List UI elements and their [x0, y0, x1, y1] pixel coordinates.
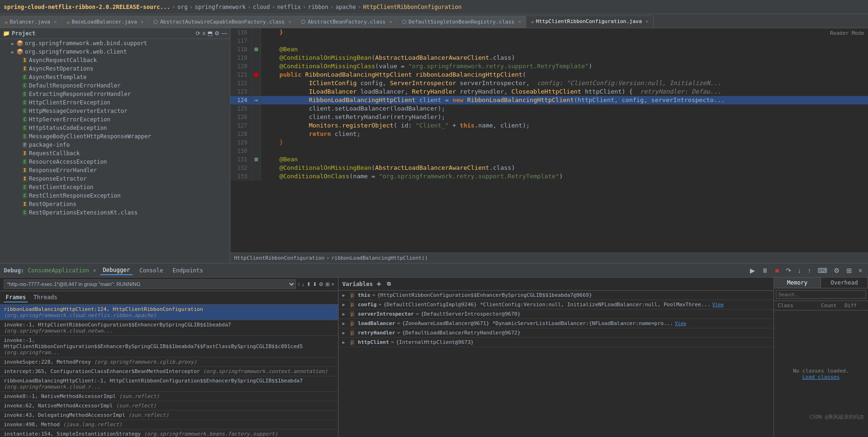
- code-area[interactable]: 116 } 117 118 @Bean: [230, 28, 868, 253]
- tab-http-client-ribbon[interactable]: ☕ HttpClientRibbonConfiguration.java ×: [526, 16, 654, 28]
- tree-item-default-error[interactable]: C DefaultResponseErrorHandler: [0, 81, 230, 90]
- tree-item-request-callback[interactable]: I RequestCallback: [0, 149, 230, 158]
- frame-item-4[interactable]: intercept:365, ConfigurationClassEnhance…: [0, 367, 338, 376]
- breadcrumb-org[interactable]: org: [177, 4, 188, 10]
- tab-default-singleton[interactable]: ⬡ DefaultSingletonBeanRegistry.class ×: [397, 16, 526, 28]
- tree-item-web-client[interactable]: ▶ 📦 org.springframework.web.client: [0, 48, 230, 56]
- tree-item-async-callback[interactable]: I AsyncRequestCallback: [0, 56, 230, 64]
- variables-add-watch[interactable]: +: [377, 279, 381, 288]
- tree-item-rest-client-ex[interactable]: C RestClientException: [0, 183, 230, 191]
- tab-baseloadbalancer[interactable]: ☕ BaseLoadBalancer.java ×: [62, 16, 149, 28]
- frame-item-10[interactable]: instantiate:154, SimpleInstantiationStra…: [0, 429, 338, 437]
- frame-item-7[interactable]: invoke:62, NativeMethodAccessorImpl (sun…: [0, 401, 338, 411]
- var-item-retry-handler[interactable]: ▶ p retryHandler = {DefaultLoadBalancerR…: [339, 328, 773, 338]
- frame-item-6[interactable]: invoke0:-1, NativeMethodAccessorImpl (su…: [0, 392, 338, 401]
- frame-item-0[interactable]: ribbonLoadBalancingHttpClient:124, HttpC…: [0, 305, 338, 320]
- debug-btn-pause[interactable]: ⏸: [760, 266, 770, 275]
- thread-settings-btn[interactable]: ⚙: [319, 281, 324, 287]
- variables-list[interactable]: ▶ p this = {HttpClientRibbonConfiguratio…: [339, 291, 773, 437]
- debug-btn-step-out[interactable]: ↑: [806, 266, 813, 275]
- breadcrumb-springframework[interactable]: springframework: [195, 4, 245, 10]
- tree-item-async-template[interactable]: C AsyncRestTemplate: [0, 73, 230, 81]
- thread-up-btn[interactable]: ↑: [298, 281, 300, 287]
- breadcrumb-cloud[interactable]: cloud: [253, 4, 270, 10]
- debug-btn-settings[interactable]: ⚙: [832, 266, 842, 275]
- debug-btn-resume[interactable]: ▶: [748, 266, 757, 275]
- debug-close[interactable]: ×: [93, 267, 96, 274]
- sidebar-sort-btn[interactable]: ≡: [202, 30, 205, 37]
- memory-tab-memory[interactable]: Memory: [774, 278, 821, 288]
- thread-dropdown[interactable]: *http-nio-7777-exec-1*@8,447 in group "m…: [4, 279, 296, 289]
- debug-tab-endpoints[interactable]: Endpoints: [170, 266, 206, 275]
- memory-load-link[interactable]: Load classes: [802, 374, 839, 380]
- frames-list[interactable]: ribbonLoadBalancingHttpClient:124, HttpC…: [0, 305, 338, 437]
- tree-item-resource-access[interactable]: C ResourceAccessException: [0, 158, 230, 166]
- sidebar-settings-btn[interactable]: ⚙: [214, 30, 220, 37]
- frames-tab-frames[interactable]: Frames: [4, 293, 28, 302]
- memory-tab-overhead[interactable]: Overhead: [821, 278, 868, 288]
- tab-abstract-bean-close[interactable]: ×: [389, 19, 392, 24]
- tree-item-http-msg-converter[interactable]: C HttpMessageConverterExtractor: [0, 107, 230, 115]
- frame-item-9[interactable]: invoke:498, Method (java.lang.reflect): [0, 420, 338, 429]
- tab-default-singleton-close[interactable]: ×: [518, 19, 521, 24]
- var-item-http-client[interactable]: ▶ p httpClient = {InternalHttpClient@967…: [339, 338, 773, 347]
- debug-btn-step-over[interactable]: ↷: [784, 266, 793, 275]
- breadcrumb-ribbon[interactable]: ribbon: [308, 4, 328, 10]
- debug-btn-layout[interactable]: ⊞: [844, 266, 854, 275]
- debug-btn-step-into[interactable]: ↓: [796, 266, 803, 275]
- sidebar-expand-btn[interactable]: ⬒: [207, 30, 213, 37]
- debug-btn-close[interactable]: ×: [857, 266, 864, 275]
- tree-item-extracting-error[interactable]: C ExtractingResponseErrorHandler: [0, 90, 230, 98]
- tree-item-response-extractor[interactable]: I ResponseExtractor: [0, 175, 230, 183]
- var-item-load-balancer[interactable]: ▶ p loadBalancer = {ZoneAwareLoadBalance…: [339, 319, 773, 328]
- tree-item-rest-ops-kt[interactable]: C RestOperationsExtensionsKt.class: [0, 208, 230, 217]
- debug-btn-eval[interactable]: ⌨: [816, 266, 829, 275]
- memory-search-input[interactable]: [776, 290, 866, 299]
- tree-item-http-client-error[interactable]: C HttpClientErrorException: [0, 98, 230, 107]
- var-lb-view[interactable]: View: [675, 321, 686, 326]
- tree-item-message-body[interactable]: C MessageBodyClientHttpResponseWrapper: [0, 132, 230, 141]
- var-item-this[interactable]: ▶ p this = {HttpClientRibbonConfiguratio…: [339, 291, 773, 300]
- sidebar-sync-btn[interactable]: ⟳: [196, 30, 200, 37]
- tree-item-web-bind[interactable]: ▶ 📦 org.springframework.web.bind.support: [0, 39, 230, 48]
- frame-item-2[interactable]: invoke:-1, HttpClientRibbonConfiguration…: [0, 336, 338, 358]
- frames-tab-threads[interactable]: Threads: [32, 293, 59, 302]
- tree-item-response-error-handler[interactable]: I ResponseErrorHandler: [0, 166, 230, 175]
- breakpoint-121[interactable]: [254, 72, 259, 77]
- debug-tab-console[interactable]: Console: [136, 266, 166, 275]
- breadcrumb-class[interactable]: HttpClientRibbonConfiguration: [363, 4, 462, 10]
- thread-copy-btn[interactable]: ⬆: [307, 281, 311, 287]
- breadcrumb-apache[interactable]: apache: [336, 4, 356, 10]
- frame-item-8[interactable]: invoke:43, DelegatingMethodAccessorImpl …: [0, 411, 338, 420]
- variables-copy[interactable]: ⧉: [387, 281, 391, 287]
- debug-tab-debugger[interactable]: Debugger: [100, 266, 133, 275]
- var-config-view[interactable]: View: [712, 302, 724, 307]
- thread-close-btn[interactable]: ×: [331, 281, 334, 287]
- var-item-config[interactable]: ▶ p config = {DefaultClientConfigImpl@92…: [339, 300, 773, 310]
- tab-balancer-close[interactable]: ×: [54, 19, 57, 24]
- frame-item-5[interactable]: ribbonLoadBalancingHttpClient:-1, HttpCl…: [0, 376, 338, 392]
- breadcrumb-netflix[interactable]: netflix: [277, 4, 301, 10]
- tab-baseloadbalancer-close[interactable]: ×: [141, 19, 143, 24]
- thread-filter-btn[interactable]: ⬇: [313, 281, 317, 287]
- tab-abstract-bean[interactable]: ⬡ AbstractBeanFactory.class ×: [296, 16, 397, 28]
- tree-item-http-status-code[interactable]: C HttpStatusCodeException: [0, 124, 230, 132]
- thread-down-btn[interactable]: ↓: [302, 281, 305, 287]
- thread-layout-btn[interactable]: ⊞: [325, 281, 330, 287]
- tab-abstract-autowire-close[interactable]: ×: [288, 19, 291, 24]
- tab-http-client-ribbon-close[interactable]: ×: [646, 19, 648, 24]
- var-item-server-introspector[interactable]: ▶ p serverIntrospector = {DefaultServerI…: [339, 310, 773, 319]
- frame-item-3[interactable]: invokeSuper:228, MethodProxy (org.spring…: [0, 358, 338, 367]
- tree-item-http-server-error[interactable]: C HttpServerErrorException: [0, 115, 230, 124]
- frame-item-1[interactable]: invoke:-1, HttpClientRibbonConfiguration…: [0, 320, 338, 336]
- tab-balancer[interactable]: ☕ Balancer.java ×: [0, 16, 62, 28]
- class-icon: C: [23, 74, 27, 80]
- tree-item-rest-ops[interactable]: I RestOperations: [0, 200, 230, 208]
- debug-session-name[interactable]: ConsumeApplication: [28, 267, 89, 274]
- sidebar-close-btn[interactable]: —: [221, 30, 227, 37]
- debug-btn-stop[interactable]: ■: [773, 266, 781, 275]
- tab-abstract-autowire[interactable]: ⬡ AbstractAutowireCapableBeanFactory.cla…: [149, 16, 296, 28]
- tree-item-async-ops[interactable]: I AsyncRestOperations: [0, 64, 230, 73]
- tree-item-rest-client-response[interactable]: C RestClientResponseException: [0, 191, 230, 200]
- tree-item-package-info[interactable]: P package-info: [0, 141, 230, 149]
